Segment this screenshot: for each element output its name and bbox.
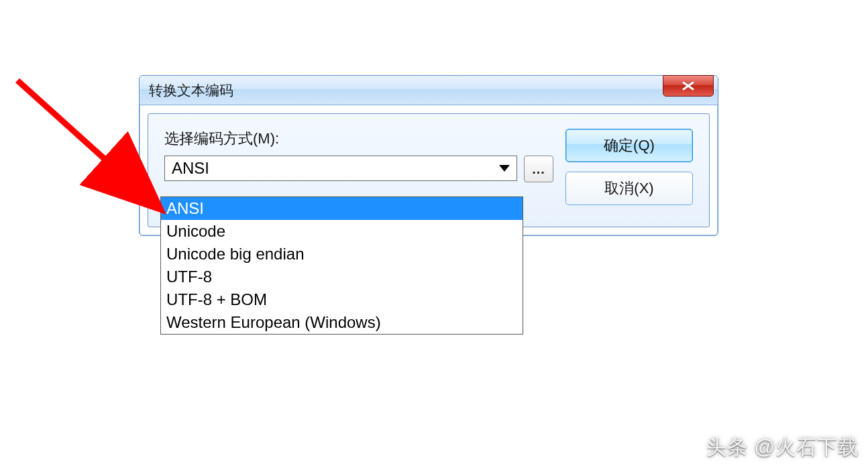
encoding-label: 选择编码方式(M):: [164, 129, 553, 149]
cancel-button[interactable]: 取消(X): [565, 172, 693, 205]
combobox-value: ANSI: [172, 159, 209, 178]
dropdown-option[interactable]: Unicode: [161, 220, 523, 243]
browse-button[interactable]: ...: [524, 156, 553, 182]
cancel-label: 取消(X): [604, 178, 653, 198]
dialog-title: 转换文本编码: [149, 81, 233, 100]
titlebar: 转换文本编码: [140, 76, 718, 105]
svg-line-1: [17, 80, 153, 202]
dropdown-option[interactable]: ANSI: [161, 197, 523, 220]
encoding-dropdown-list[interactable]: ANSIUnicodeUnicode big endianUTF-8UTF-8 …: [160, 196, 523, 335]
chevron-down-icon: [499, 165, 510, 172]
dropdown-option[interactable]: UTF-8: [161, 266, 523, 288]
close-button[interactable]: [663, 75, 714, 97]
browse-label: ...: [532, 162, 545, 177]
watermark-text: 头条 @火石下载: [706, 434, 859, 461]
action-column: 确定(Q) 取消(X): [565, 129, 693, 212]
dropdown-option[interactable]: UTF-8 + BOM: [161, 288, 523, 311]
encoding-combobox[interactable]: ANSI: [164, 156, 517, 181]
ok-label: 确定(Q): [604, 135, 655, 156]
ok-button[interactable]: 确定(Q): [565, 129, 693, 162]
combo-row: ANSI ...: [164, 156, 553, 182]
dropdown-option[interactable]: Unicode big endian: [161, 243, 523, 266]
dropdown-option[interactable]: Western European (Windows): [161, 311, 523, 334]
close-icon: [682, 81, 695, 91]
